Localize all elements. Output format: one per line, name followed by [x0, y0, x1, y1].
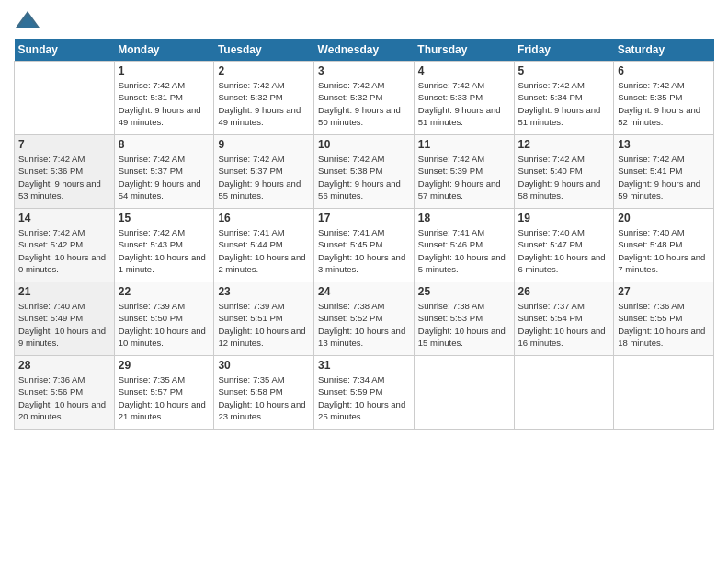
cell-info: Sunrise: 7:38 AMSunset: 5:52 PMDaylight:… [318, 300, 410, 349]
cell-info: Sunrise: 7:38 AMSunset: 5:53 PMDaylight:… [418, 300, 510, 349]
day-number: 25 [418, 285, 510, 298]
calendar-cell: 8Sunrise: 7:42 AMSunset: 5:37 PMDaylight… [114, 135, 214, 209]
cell-info: Sunrise: 7:42 AMSunset: 5:42 PMDaylight:… [18, 226, 110, 275]
calendar-cell: 21Sunrise: 7:40 AMSunset: 5:49 PMDayligh… [15, 282, 115, 356]
cell-info: Sunrise: 7:36 AMSunset: 5:56 PMDaylight:… [18, 373, 110, 422]
day-number: 7 [18, 138, 110, 151]
calendar-cell: 24Sunrise: 7:38 AMSunset: 5:52 PMDayligh… [314, 282, 415, 356]
day-header-sunday: Sunday [15, 39, 115, 62]
calendar-cell: 18Sunrise: 7:41 AMSunset: 5:46 PMDayligh… [414, 209, 514, 282]
week-row-3: 14Sunrise: 7:42 AMSunset: 5:42 PMDayligh… [15, 209, 714, 282]
calendar-cell: 2Sunrise: 7:42 AMSunset: 5:32 PMDaylight… [214, 62, 314, 135]
cell-info: Sunrise: 7:42 AMSunset: 5:41 PMDaylight:… [618, 153, 710, 201]
calendar-cell: 9Sunrise: 7:42 AMSunset: 5:37 PMDaylight… [214, 135, 314, 209]
cell-info: Sunrise: 7:42 AMSunset: 5:32 PMDaylight:… [218, 79, 310, 128]
day-number: 8 [119, 138, 210, 151]
day-number: 20 [618, 212, 710, 224]
day-number: 1 [119, 64, 210, 77]
calendar-cell: 19Sunrise: 7:40 AMSunset: 5:47 PMDayligh… [514, 209, 614, 282]
calendar-cell: 17Sunrise: 7:41 AMSunset: 5:45 PMDayligh… [314, 209, 415, 282]
calendar-cell: 3Sunrise: 7:42 AMSunset: 5:32 PMDaylight… [314, 62, 415, 135]
day-header-wednesday: Wednesday [314, 39, 415, 62]
calendar-cell: 6Sunrise: 7:42 AMSunset: 5:35 PMDaylight… [614, 62, 714, 135]
cell-info: Sunrise: 7:40 AMSunset: 5:49 PMDaylight:… [18, 300, 110, 349]
calendar-cell: 20Sunrise: 7:40 AMSunset: 5:48 PMDayligh… [614, 209, 714, 282]
day-header-friday: Friday [514, 39, 614, 62]
week-row-1: 1Sunrise: 7:42 AMSunset: 5:31 PMDaylight… [15, 62, 714, 135]
calendar-table: SundayMondayTuesdayWednesdayThursdayFrid… [14, 39, 714, 430]
calendar-cell: 28Sunrise: 7:36 AMSunset: 5:56 PMDayligh… [15, 356, 115, 430]
day-number: 22 [119, 285, 210, 298]
calendar-cell: 12Sunrise: 7:42 AMSunset: 5:40 PMDayligh… [514, 135, 614, 209]
calendar-cell: 15Sunrise: 7:42 AMSunset: 5:43 PMDayligh… [114, 209, 214, 282]
cell-info: Sunrise: 7:37 AMSunset: 5:54 PMDaylight:… [518, 300, 610, 349]
calendar-cell: 14Sunrise: 7:42 AMSunset: 5:42 PMDayligh… [15, 209, 115, 282]
calendar-cell: 30Sunrise: 7:35 AMSunset: 5:58 PMDayligh… [214, 356, 314, 430]
day-number: 13 [618, 138, 710, 151]
week-row-5: 28Sunrise: 7:36 AMSunset: 5:56 PMDayligh… [15, 356, 714, 430]
day-number: 3 [318, 64, 410, 77]
calendar-cell: 16Sunrise: 7:41 AMSunset: 5:44 PMDayligh… [214, 209, 314, 282]
day-number: 18 [418, 212, 510, 224]
day-number: 28 [18, 359, 110, 372]
day-number: 19 [518, 212, 610, 224]
cell-info: Sunrise: 7:42 AMSunset: 5:40 PMDaylight:… [518, 153, 610, 201]
calendar-cell: 11Sunrise: 7:42 AMSunset: 5:39 PMDayligh… [414, 135, 514, 209]
cell-info: Sunrise: 7:42 AMSunset: 5:37 PMDaylight:… [119, 153, 210, 201]
day-header-saturday: Saturday [614, 39, 714, 62]
page-container: SundayMondayTuesdayWednesdayThursdayFrid… [0, 0, 728, 439]
day-number: 26 [518, 285, 610, 298]
week-row-2: 7Sunrise: 7:42 AMSunset: 5:36 PMDaylight… [15, 135, 714, 209]
day-number: 27 [618, 285, 710, 298]
day-number: 10 [318, 138, 410, 151]
cell-info: Sunrise: 7:41 AMSunset: 5:44 PMDaylight:… [218, 226, 310, 275]
calendar-cell: 31Sunrise: 7:34 AMSunset: 5:59 PMDayligh… [314, 356, 415, 430]
calendar-cell [514, 356, 614, 430]
cell-info: Sunrise: 7:41 AMSunset: 5:45 PMDaylight:… [318, 226, 410, 275]
cell-info: Sunrise: 7:42 AMSunset: 5:33 PMDaylight:… [418, 79, 510, 128]
day-number: 23 [218, 285, 310, 298]
cell-info: Sunrise: 7:42 AMSunset: 5:38 PMDaylight:… [318, 153, 410, 201]
calendar-cell [15, 62, 115, 135]
cell-info: Sunrise: 7:35 AMSunset: 5:57 PMDaylight:… [119, 373, 210, 422]
week-row-4: 21Sunrise: 7:40 AMSunset: 5:49 PMDayligh… [15, 282, 714, 356]
day-number: 30 [218, 359, 310, 372]
cell-info: Sunrise: 7:40 AMSunset: 5:48 PMDaylight:… [618, 226, 710, 275]
cell-info: Sunrise: 7:42 AMSunset: 5:43 PMDaylight:… [119, 226, 210, 275]
day-header-thursday: Thursday [414, 39, 514, 62]
calendar-cell: 23Sunrise: 7:39 AMSunset: 5:51 PMDayligh… [214, 282, 314, 356]
calendar-cell: 10Sunrise: 7:42 AMSunset: 5:38 PMDayligh… [314, 135, 415, 209]
day-header-tuesday: Tuesday [214, 39, 314, 62]
cell-info: Sunrise: 7:42 AMSunset: 5:34 PMDaylight:… [518, 79, 610, 128]
day-number: 4 [418, 64, 510, 77]
day-number: 24 [318, 285, 410, 298]
day-number: 2 [218, 64, 310, 77]
calendar-header-row: SundayMondayTuesdayWednesdayThursdayFrid… [15, 39, 714, 62]
header [14, 9, 714, 31]
calendar-cell: 4Sunrise: 7:42 AMSunset: 5:33 PMDaylight… [414, 62, 514, 135]
cell-info: Sunrise: 7:41 AMSunset: 5:46 PMDaylight:… [418, 226, 510, 275]
cell-info: Sunrise: 7:36 AMSunset: 5:55 PMDaylight:… [618, 300, 710, 349]
cell-info: Sunrise: 7:42 AMSunset: 5:37 PMDaylight:… [218, 153, 310, 201]
day-number: 21 [18, 285, 110, 298]
cell-info: Sunrise: 7:42 AMSunset: 5:39 PMDaylight:… [418, 153, 510, 201]
cell-info: Sunrise: 7:42 AMSunset: 5:36 PMDaylight:… [18, 153, 110, 201]
day-number: 14 [18, 212, 110, 224]
cell-info: Sunrise: 7:40 AMSunset: 5:47 PMDaylight:… [518, 226, 610, 275]
calendar-cell [614, 356, 714, 430]
cell-info: Sunrise: 7:42 AMSunset: 5:35 PMDaylight:… [618, 79, 710, 128]
day-number: 16 [218, 212, 310, 224]
day-number: 9 [218, 138, 310, 151]
cell-info: Sunrise: 7:35 AMSunset: 5:58 PMDaylight:… [218, 373, 310, 422]
cell-info: Sunrise: 7:42 AMSunset: 5:31 PMDaylight:… [119, 79, 210, 128]
cell-info: Sunrise: 7:34 AMSunset: 5:59 PMDaylight:… [318, 373, 410, 422]
day-number: 12 [518, 138, 610, 151]
calendar-cell: 13Sunrise: 7:42 AMSunset: 5:41 PMDayligh… [614, 135, 714, 209]
day-number: 29 [119, 359, 210, 372]
day-number: 31 [318, 359, 410, 372]
cell-info: Sunrise: 7:42 AMSunset: 5:32 PMDaylight:… [318, 79, 410, 128]
calendar-cell: 29Sunrise: 7:35 AMSunset: 5:57 PMDayligh… [114, 356, 214, 430]
day-header-monday: Monday [114, 39, 214, 62]
day-number: 5 [518, 64, 610, 77]
day-number: 15 [119, 212, 210, 224]
